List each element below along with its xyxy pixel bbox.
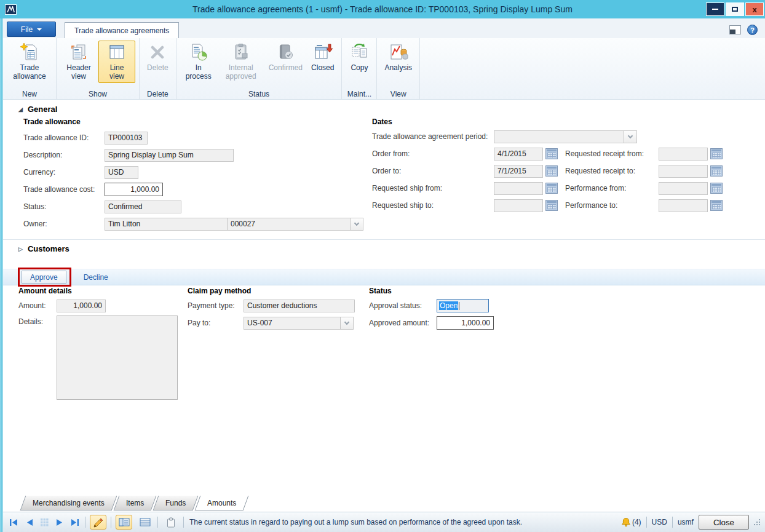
record-grid-button[interactable] (39, 516, 50, 528)
ribbon-group-delete: Delete Delete (140, 38, 176, 99)
section-header-customers[interactable]: ▷ Customers (18, 244, 69, 253)
approval-status-field[interactable]: Open (437, 299, 489, 312)
titlebar: Trade allowance agreements (1 - usmf) - … (0, 0, 765, 18)
calendar-icon[interactable] (545, 148, 558, 159)
approved-amount-field[interactable]: 1,000.00 (437, 316, 494, 330)
copy-button[interactable]: Copy (346, 41, 373, 74)
group-heading: Status (369, 287, 553, 295)
ribbon-group-maintain: Copy Maint... (342, 38, 377, 99)
bottom-tab-strip: Merchandising events Items Funds Amounts (3, 496, 765, 512)
attachments-button[interactable] (162, 515, 179, 530)
resize-grip[interactable] (754, 519, 760, 525)
ribbon-group-label: Maint... (342, 90, 376, 98)
trade-allowance-button[interactable]: Trade allowance (7, 41, 52, 83)
status-field[interactable]: Confirmed (105, 200, 181, 213)
currency-field[interactable]: USD (105, 166, 138, 179)
trade-allowance-id-field[interactable]: TP000103 (105, 132, 148, 145)
header-view-icon (69, 42, 89, 62)
calendar-icon[interactable] (710, 183, 723, 194)
closed-button[interactable]: Closed (307, 41, 338, 74)
agreement-period-dropdown-button[interactable] (624, 130, 637, 143)
tab-amounts[interactable]: Amounts (195, 496, 249, 510)
calendar-icon[interactable] (545, 165, 558, 177)
in-process-icon (189, 42, 208, 62)
requested-receipt-to-field[interactable] (659, 165, 708, 178)
minimize-button[interactable] (706, 2, 724, 16)
clipboard-icon (167, 517, 175, 528)
pay-to-dropdown-button[interactable] (341, 317, 354, 330)
ribbon-tab-trade-allowance-agreements[interactable]: Trade allowance agreements (65, 22, 179, 38)
chevron-down-icon (37, 28, 42, 31)
close-button[interactable]: Close (699, 515, 749, 530)
line-view-icon (107, 42, 127, 62)
details-textarea[interactable] (57, 316, 178, 400)
internal-approved-button[interactable]: Internal approved (218, 41, 264, 83)
layout-icon[interactable] (729, 25, 741, 34)
amount-field[interactable]: 1,000.00 (57, 300, 106, 312)
delete-button[interactable]: Delete (143, 41, 172, 74)
owner-dropdown-button[interactable] (351, 218, 363, 231)
tab-funds[interactable]: Funds (153, 496, 199, 510)
decline-button[interactable]: Decline (84, 273, 108, 282)
field-row: Amount: 1,000.00 (18, 297, 184, 314)
tab-merchandising-events[interactable]: Merchandising events (20, 496, 117, 510)
file-menu-button[interactable]: File (7, 22, 56, 37)
group-heading: Dates (372, 117, 761, 126)
requested-ship-to-field[interactable] (494, 199, 543, 212)
help-icon[interactable]: ? (747, 25, 758, 35)
payment-type-field[interactable]: Customer deductions (244, 300, 355, 312)
clipboard-check-icon (231, 42, 251, 62)
first-record-button[interactable] (8, 516, 19, 528)
requested-ship-from-field[interactable] (494, 182, 543, 195)
owner-name-field[interactable]: Tim Litton (105, 218, 228, 231)
currency-indicator: USD (652, 518, 667, 526)
agreement-period-field[interactable] (494, 130, 624, 143)
close-window-button[interactable]: x (745, 2, 764, 16)
trade-allowance-cost-field[interactable]: 1,000.00 (105, 183, 163, 196)
pay-to-field[interactable]: US-007 (244, 317, 341, 330)
app-icon[interactable] (5, 4, 17, 15)
grid-view-button[interactable] (137, 515, 153, 530)
order-from-field[interactable]: 4/1/2015 (494, 148, 543, 161)
performance-from-field[interactable] (659, 182, 708, 195)
next-record-button[interactable] (54, 516, 65, 528)
previous-record-button[interactable] (23, 516, 34, 528)
calendar-icon[interactable] (710, 165, 723, 177)
copy-icon (349, 42, 369, 62)
order-to-field[interactable]: 7/1/2015 (494, 165, 543, 178)
company-indicator[interactable]: usmf (678, 518, 694, 526)
maximize-button[interactable] (726, 2, 744, 16)
calendar-icon[interactable] (710, 148, 723, 159)
ribbon-group-label: New (3, 90, 56, 98)
description-field[interactable]: Spring Display Lump Sum (105, 149, 234, 162)
ribbon-group-view: Analysis View (377, 38, 420, 99)
analysis-button[interactable]: Analysis (381, 41, 416, 74)
calendar-icon[interactable] (545, 183, 558, 194)
book-check-icon (275, 42, 295, 62)
pencil-icon (93, 517, 104, 528)
requested-receipt-from-field[interactable] (659, 148, 708, 161)
new-document-star-icon (20, 42, 39, 62)
chevron-down-icon (344, 319, 349, 324)
edit-record-button[interactable] (90, 515, 106, 530)
window-title: Trade allowance agreements (1 - usmf) - … (0, 4, 765, 14)
approve-button[interactable]: Approve (22, 271, 66, 284)
field-row: Approved amount: 1,000.00 (369, 314, 553, 332)
calendar-icon[interactable] (710, 200, 723, 211)
tab-items[interactable]: Items (113, 496, 156, 510)
section-header-general[interactable]: ◢ General (18, 105, 57, 114)
owner-id-field[interactable]: 000027 (228, 218, 351, 231)
notifications-button[interactable]: (4) (621, 517, 641, 527)
last-record-button[interactable] (69, 516, 81, 528)
line-view-button[interactable]: Line view (98, 41, 135, 83)
ribbon-group-label: Status (176, 90, 342, 98)
form-view-button[interactable] (116, 515, 132, 530)
calendar-icon[interactable] (545, 200, 558, 211)
field-row: Description: Spring Display Lump Sum (23, 146, 365, 164)
divider (672, 517, 673, 528)
line-actions-bar: Approve Decline (3, 269, 765, 285)
performance-to-field[interactable] (659, 199, 708, 212)
in-process-button[interactable]: In process (180, 41, 217, 83)
confirmed-button[interactable]: Confirmed (265, 41, 306, 74)
header-view-button[interactable]: Header view (60, 41, 97, 83)
